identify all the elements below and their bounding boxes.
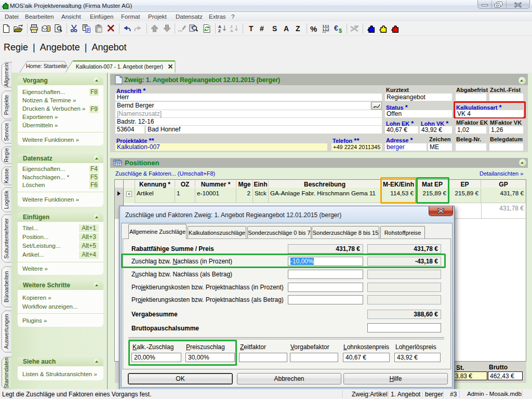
svg-text:$: $ [339, 28, 342, 33]
svg-text:Allgemein: Allgemein [3, 63, 9, 87]
svg-text:Logistik: Logistik [3, 190, 9, 209]
svg-text:Kasse: Kasse [3, 168, 9, 183]
svg-text:Z: Z [218, 29, 221, 33]
svg-text:Kalkulation-007 - 1. Angebot (: Kalkulation-007 - 1. Angebot (berger) [76, 63, 163, 70]
svg-text:Projekte: Projekte [3, 95, 9, 115]
svg-text:€: € [334, 24, 338, 32]
svg-text:1.1.2: 1.1.2 [323, 28, 329, 32]
svg-text:Stammdaten: Stammdaten [3, 357, 9, 389]
svg-text:Auswertungen: Auswertungen [3, 314, 9, 349]
svg-text:1.1.1: 1.1.1 [323, 24, 329, 28]
svg-text:A: A [230, 29, 233, 33]
svg-text:Subunternehmer: Subunternehmer [3, 218, 9, 259]
svg-text:Büroarbeiten: Büroarbeiten [3, 271, 9, 302]
svg-text:Service: Service [3, 123, 9, 141]
svg-text:Home: Startseite: Home: Startseite [26, 63, 66, 69]
svg-text:Regie: Regie [3, 148, 9, 163]
